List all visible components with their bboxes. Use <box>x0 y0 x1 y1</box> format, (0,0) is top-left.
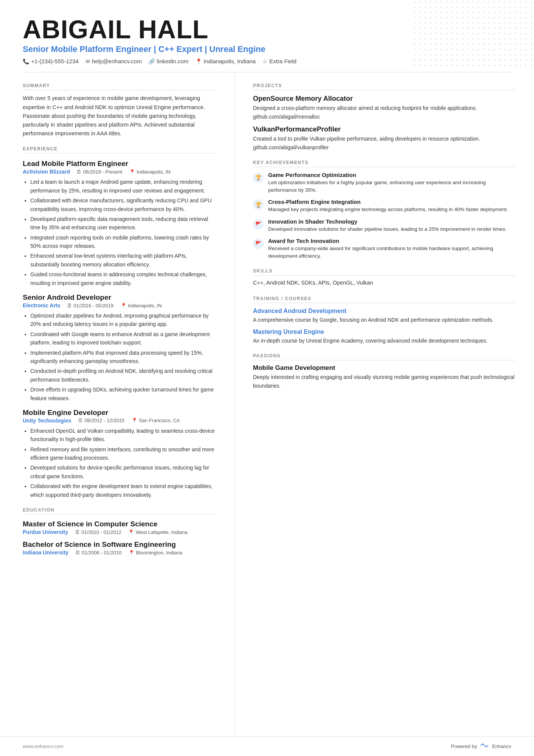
phone-text: +1-(234)-555-1234 <box>31 58 79 64</box>
pin-icon-3: 📍 <box>131 418 137 423</box>
edu-2-dates: 🗓 01/2006 - 01/2010 <box>75 550 122 556</box>
job-1-dates: 🗓 06/2019 - Present <box>77 169 122 175</box>
project-2-title: VulkanPerformanceProfiler <box>253 125 516 133</box>
achievement-1-title: Game Performance Optimization <box>268 172 516 178</box>
project-2: VulkanPerformanceProfiler Created a tool… <box>253 125 516 152</box>
resume-page: ABIGAIL HALL Senior Mobile Platform Engi… <box>0 0 534 756</box>
job-3-employer: Unity Technologies <box>23 418 71 424</box>
pin-icon-e1: 📍 <box>128 529 134 535</box>
achievement-2-icon: 🏆 <box>253 199 264 210</box>
list-item: Developed solutions for device-specific … <box>30 463 216 481</box>
footer: www.enhancv.com Powered by Enhancv <box>0 736 534 756</box>
list-item: Refined memory and file system interface… <box>30 445 216 462</box>
projects-label: PROJECTS <box>253 83 516 90</box>
passion-1-desc: Deeply interested in crafting engaging a… <box>253 373 516 390</box>
passions-label: PASSIONS <box>253 353 516 360</box>
skills-text: C++, Android NDK, SDKs, APIs, OpenGL, Vu… <box>253 279 516 287</box>
job-2-location: 📍 Indianapolis, IN <box>120 303 162 308</box>
job-3-dates: 🗓 08/2012 - 12/2015 <box>78 418 125 423</box>
training-1-title: Advanced Android Development <box>253 308 516 315</box>
pin-icon-e2: 📍 <box>128 550 134 556</box>
website-item: 🔗 linkedin.com <box>148 58 188 64</box>
job-1-bullets: Led a team to launch a major Android gam… <box>23 178 216 287</box>
calendar-icon-2: 🗓 <box>67 303 72 308</box>
passion-1: Mobile Game Development Deeply intereste… <box>253 364 516 390</box>
email-text: help@enhancv.com <box>92 58 142 64</box>
left-column: SUMMARY With over 5 years of experience … <box>0 72 235 736</box>
job-3-meta: Unity Technologies 🗓 08/2012 - 12/2015 📍… <box>23 418 216 424</box>
edu-1: Master of Science in Computer Science Pu… <box>23 520 216 535</box>
project-1-desc: Designed a cross-platform memory allocat… <box>253 104 516 121</box>
achievements-label: KEY ACHIEVEMENTS <box>253 160 516 167</box>
achievement-1-icon: 🏆 <box>253 172 264 183</box>
project-2-desc: Created a tool to profile Vulkan pipelin… <box>253 135 516 152</box>
list-item: Collaborated with the engine development… <box>30 482 216 499</box>
achievement-1: 🏆 Game Performance Optimization Led opti… <box>253 172 516 194</box>
job-1-employer: Activision Blizzard <box>23 169 70 175</box>
website-text: linkedin.com <box>157 58 188 64</box>
pin-icon-2: 📍 <box>120 303 126 308</box>
list-item: Coordinated with Google teams to enhance… <box>30 330 216 347</box>
training-1: Advanced Android Development A comprehen… <box>253 308 516 324</box>
training-2-title: Mastering Unreal Engine <box>253 329 516 335</box>
phone-icon: 📞 <box>23 58 29 64</box>
job-2: Senior Android Developer Electronic Arts… <box>23 293 216 402</box>
right-column: PROJECTS OpenSource Memory Allocator Des… <box>235 72 534 736</box>
star-icon: ☆ <box>262 58 267 64</box>
job-2-employer: Electronic Arts <box>23 302 60 308</box>
job-1: Lead Mobile Platform Engineer Activision… <box>23 160 216 287</box>
email-item: ✉ help@enhancv.com <box>86 58 142 64</box>
summary-text: With over 5 years of experience in mobil… <box>23 94 216 138</box>
footer-website: www.enhancv.com <box>23 743 63 749</box>
achievement-3-icon: 🚩 <box>253 219 264 230</box>
achievement-2: 🏆 Cross-Platform Engine Integration Mana… <box>253 199 516 213</box>
contact-row: 📞 +1-(234)-555-1234 ✉ help@enhancv.com 🔗… <box>23 58 511 64</box>
link-icon: 🔗 <box>148 58 155 64</box>
edu-2-degree: Bachelor of Science in Software Engineer… <box>23 540 216 549</box>
achievement-2-title: Cross-Platform Engine Integration <box>268 199 508 205</box>
extra-item: ☆ Extra Field <box>262 58 297 64</box>
candidate-name: ABIGAIL HALL <box>23 16 511 43</box>
list-item: Enhanced several low-level systems inter… <box>30 252 216 269</box>
list-item: Led a team to launch a major Android gam… <box>30 178 216 195</box>
powered-by-text: Powered by <box>451 743 477 749</box>
edu-2-location: 📍 Bloomington, Indiana <box>128 550 182 556</box>
achievement-2-desc: Managed key projects integrating engine … <box>268 206 508 213</box>
extra-text: Extra Field <box>269 58 297 64</box>
list-item: Guided cross-functional teams in address… <box>30 270 216 287</box>
enhancv-logo-icon <box>479 742 490 751</box>
main-content: SUMMARY With over 5 years of experience … <box>0 72 534 736</box>
passion-1-title: Mobile Game Development <box>253 364 516 372</box>
job-3-location: 📍 San Francisco, CA <box>131 418 180 423</box>
pin-icon-1: 📍 <box>129 169 135 175</box>
edu-1-school: Purdue University <box>23 529 68 535</box>
list-item: Optimized shader pipelines for Android, … <box>30 311 216 329</box>
education-label: EDUCATION <box>23 507 216 515</box>
location-item: 📍 Indianapolis, Indiana <box>195 58 256 64</box>
job-2-dates: 🗓 01/2016 - 05/2019 <box>67 303 114 308</box>
header: ABIGAIL HALL Senior Mobile Platform Engi… <box>0 0 534 72</box>
summary-label: SUMMARY <box>23 83 216 90</box>
location-text: Indianapolis, Indiana <box>204 58 256 64</box>
achievement-4-icon: 🚩 <box>253 238 264 249</box>
list-item: Developed platform-specific data managem… <box>30 215 216 232</box>
calendar-icon-3: 🗓 <box>78 418 83 423</box>
list-item: Drove efforts in upgrading SDKs, achievi… <box>30 385 216 402</box>
list-item: Collaborated with device manufacturers, … <box>30 196 216 213</box>
job-2-bullets: Optimized shader pipelines for Android, … <box>23 311 216 402</box>
achievement-4: 🚩 Award for Tech Innovation Received a c… <box>253 238 516 260</box>
calendar-icon-e2: 🗓 <box>75 550 80 556</box>
calendar-icon-e1: 🗓 <box>75 529 80 535</box>
footer-brand: Powered by Enhancv <box>451 742 511 751</box>
project-1-title: OpenSource Memory Allocator <box>253 95 516 103</box>
achievement-3-title: Innovation in Shader Technology <box>268 218 507 225</box>
job-1-location: 📍 Indianapolis, IN <box>129 169 171 175</box>
brand-name: Enhancv <box>492 743 511 749</box>
edu-1-dates: 🗓 01/2010 - 01/2012 <box>75 529 122 535</box>
achievement-1-desc: Led optimization initiatives for a highl… <box>268 179 516 194</box>
location-icon: 📍 <box>195 58 202 64</box>
edu-1-meta: Purdue University 🗓 01/2010 - 01/2012 📍 … <box>23 529 216 535</box>
phone-item: 📞 +1-(234)-555-1234 <box>23 58 79 64</box>
email-icon: ✉ <box>86 58 90 64</box>
edu-2: Bachelor of Science in Software Engineer… <box>23 540 216 556</box>
